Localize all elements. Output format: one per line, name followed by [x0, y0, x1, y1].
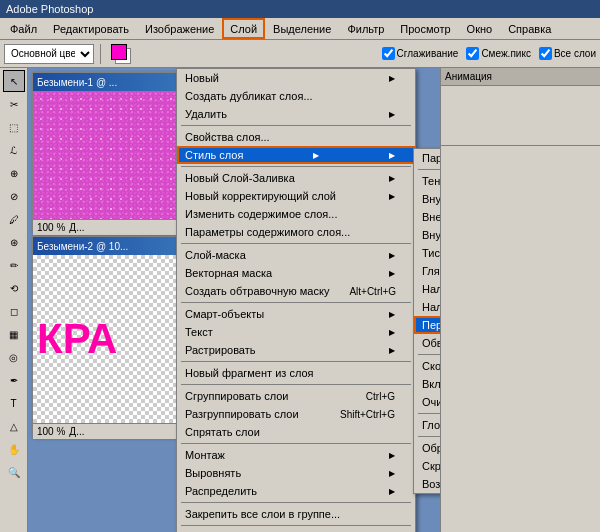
sub-blend-options[interactable]: Параметры наложения... — [414, 149, 440, 167]
all-layers-checkbox[interactable] — [539, 47, 552, 60]
sep6 — [181, 384, 411, 385]
sub-gradient-overlay[interactable]: Наложение градиента... — [414, 298, 440, 316]
title-bar: Adobe Photoshop — [0, 0, 600, 18]
menu-text[interactable]: Текст — [177, 323, 415, 341]
app-title: Adobe Photoshop — [6, 3, 93, 15]
tool-stamp[interactable]: ⟲ — [3, 277, 25, 299]
main-area: ↖ ✂ ⬚ ℒ ⊕ ⊘ 🖊 ⊛ ✏ ⟲ ◻ ▦ ◎ ✒ T △ ✋ 🔍 Безы… — [0, 68, 600, 532]
menu-file[interactable]: Файл — [2, 18, 45, 39]
sub-copy-style[interactable]: Скопировать стиль слоя — [414, 357, 440, 375]
tool-brush[interactable]: ✏ — [3, 254, 25, 276]
animation-panel-header: Анимация — [441, 68, 600, 86]
menu-lock-all[interactable]: Закрепить все слои в группе... — [177, 505, 415, 523]
menu-view[interactable]: Просмотр — [392, 18, 458, 39]
sub-global-light[interactable]: Глобальное освещение... — [414, 416, 440, 434]
doc2-text1: КРА — [37, 315, 117, 363]
sub-outer-glow[interactable]: Внешнее свечение... — [414, 208, 440, 226]
sep3 — [181, 243, 411, 244]
menu-select[interactable]: Выделение — [265, 18, 339, 39]
all-layers-checkbox-label[interactable]: Все слои — [539, 47, 596, 60]
menu-filter[interactable]: Фильтр — [339, 18, 392, 39]
sub-shadow[interactable]: Тень... — [414, 172, 440, 190]
tool-pen[interactable]: ✒ — [3, 369, 25, 391]
sep7 — [181, 443, 411, 444]
style-submenu: Параметры наложения... Тень... Внутрення… — [413, 148, 440, 494]
toolbar-right: Сглаживание Смеж.пикс Все слои — [382, 47, 596, 60]
tool-crop[interactable]: ⊘ — [3, 185, 25, 207]
tool-lasso[interactable]: ℒ — [3, 139, 25, 161]
toolbar: Основной цвет Сглаживание Смеж.пикс Все … — [0, 40, 600, 68]
tool-eraser[interactable]: ◻ — [3, 300, 25, 322]
smooth-checkbox-label[interactable]: Сглаживание — [382, 47, 459, 60]
menu-clipping-mask[interactable]: Создать обтравочную маску Alt+Ctrl+G — [177, 282, 415, 300]
menu-layer[interactable]: Слой — [222, 18, 265, 39]
menu-fill-layer[interactable]: Новый Слой-Заливка — [177, 169, 415, 187]
mode-select[interactable]: Основной цвет — [4, 44, 94, 64]
sub-sep1 — [418, 169, 440, 170]
menu-ungroup-layers[interactable]: Разгруппировать слои Shift+Ctrl+G — [177, 405, 415, 423]
animation-label: Анимация — [445, 71, 492, 82]
menu-arrange[interactable]: Монтаж — [177, 446, 415, 464]
sep1 — [181, 125, 411, 126]
sub-inner-glow[interactable]: Внутреннее свечение... — [414, 226, 440, 244]
menu-duplicate[interactable]: Создать дубликат слоя... — [177, 87, 415, 105]
sub-satin[interactable]: Глянец... — [414, 262, 440, 280]
menu-link-layers[interactable]: Связать слои — [177, 528, 415, 532]
sub-pattern-overlay[interactable]: Перекрытие узора... — [414, 316, 440, 334]
menu-smart-objects[interactable]: Смарт-объекты — [177, 305, 415, 323]
sep5 — [181, 361, 411, 362]
adjacent-checkbox-label[interactable]: Смеж.пикс — [466, 47, 531, 60]
menu-distribute[interactable]: Распределить — [177, 482, 415, 500]
sub-scale-effects[interactable]: Воздействие слой-эффектов... — [414, 475, 440, 493]
sub-create-layer[interactable]: Образовать слой — [414, 439, 440, 457]
menu-new-slice[interactable]: Новый фрагмент из слоя — [177, 364, 415, 382]
sub-paste-style[interactable]: Вклеить стиль слоя — [414, 375, 440, 393]
tool-dodge[interactable]: ◎ — [3, 346, 25, 368]
sub-bevel[interactable]: Тиснение... — [414, 244, 440, 262]
tool-shape[interactable]: △ — [3, 415, 25, 437]
menu-change-content[interactable]: Изменить содержимое слоя... — [177, 205, 415, 223]
tool-wand[interactable]: ⊕ — [3, 162, 25, 184]
tool-arrow[interactable]: ↖ — [3, 70, 25, 92]
menu-vector-mask[interactable]: Векторная маска — [177, 264, 415, 282]
menu-adjustment-layer[interactable]: Новый корректирующий слой — [177, 187, 415, 205]
tool-patch[interactable]: ⊛ — [3, 231, 25, 253]
layer-menu-dropdown: Новый Создать дубликат слоя... Удалить С… — [176, 68, 416, 532]
menu-new[interactable]: Новый — [177, 69, 415, 87]
tool-rect-select[interactable]: ⬚ — [3, 116, 25, 138]
menu-help[interactable]: Справка — [500, 18, 559, 39]
menu-layer-style[interactable]: Стиль слоя ▶ Параметры наложения... Тень… — [177, 146, 415, 164]
menu-delete[interactable]: Удалить — [177, 105, 415, 123]
menu-image[interactable]: Изображение — [137, 18, 222, 39]
fg-color-swatch[interactable] — [111, 44, 127, 60]
toolbox: ↖ ✂ ⬚ ℒ ⊕ ⊘ 🖊 ⊛ ✏ ⟲ ◻ ▦ ◎ ✒ T △ ✋ 🔍 — [0, 68, 28, 532]
tool-hand[interactable]: ✋ — [3, 438, 25, 460]
doc2-info: Д... — [69, 426, 84, 437]
smooth-checkbox[interactable] — [382, 47, 395, 60]
sub-clear-style[interactable]: Очистить стиль слоя — [414, 393, 440, 411]
menu-layer-props[interactable]: Свойства слоя... — [177, 128, 415, 146]
menu-window[interactable]: Окно — [459, 18, 501, 39]
menu-content-options[interactable]: Параметры содержимого слоя... — [177, 223, 415, 241]
doc2-title: Безымени-2 @ 10... — [37, 241, 128, 252]
tool-text[interactable]: T — [3, 392, 25, 414]
tool-gradient[interactable]: ▦ — [3, 323, 25, 345]
tool-eyedropper[interactable]: 🖊 — [3, 208, 25, 230]
menu-edit[interactable]: Редактировать — [45, 18, 137, 39]
menu-layer-mask[interactable]: Слой-маска — [177, 246, 415, 264]
adjacent-checkbox[interactable] — [466, 47, 479, 60]
tool-zoom[interactable]: 🔍 — [3, 461, 25, 483]
sub-inner-shadow[interactable]: Внутренняя тень... — [414, 190, 440, 208]
tool-cut[interactable]: ✂ — [3, 93, 25, 115]
sub-color-overlay[interactable]: Наложение цвета... — [414, 280, 440, 298]
menu-align[interactable]: Выровнять — [177, 464, 415, 482]
color-swatches — [107, 40, 135, 68]
sub-stroke[interactable]: Обводка... — [414, 334, 440, 352]
sub-hide-effects[interactable]: Скрыть все эффекты — [414, 457, 440, 475]
menu-hide-layers[interactable]: Спрятать слои — [177, 423, 415, 441]
menu-rasterize[interactable]: Растрировать — [177, 341, 415, 359]
animation-panel-body — [441, 86, 600, 146]
menu-group-layers[interactable]: Сгруппировать слои Ctrl+G — [177, 387, 415, 405]
menu-bar: Файл Редактировать Изображение Слой Выде… — [0, 18, 600, 40]
doc1-title: Безымени-1 @ ... — [37, 77, 117, 88]
